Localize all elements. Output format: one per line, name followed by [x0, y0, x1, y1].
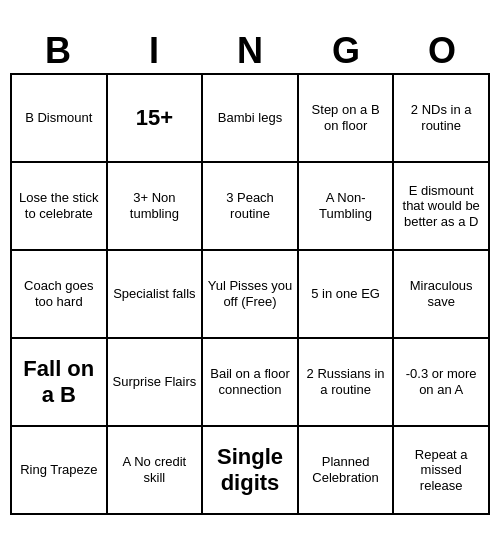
bingo-cell-18: 2 Russians in a routine [299, 339, 395, 427]
bingo-cell-15: Fall on a B [12, 339, 108, 427]
bingo-cell-13: 5 in one EG [299, 251, 395, 339]
bingo-cell-22: Single digits [203, 427, 299, 515]
bingo-cell-6: 3+ Non tumbling [108, 163, 204, 251]
bingo-cell-19: -0.3 or more on an A [394, 339, 490, 427]
bingo-cell-14: Miraculous save [394, 251, 490, 339]
bingo-cell-20: Ring Trapeze [12, 427, 108, 515]
bingo-header: BINGO [10, 29, 490, 73]
bingo-cell-2: Bambi legs [203, 75, 299, 163]
bingo-cell-3: Step on a B on floor [299, 75, 395, 163]
bingo-cell-10: Coach goes too hard [12, 251, 108, 339]
header-letter-i: I [106, 29, 202, 73]
bingo-cell-23: Planned Celebration [299, 427, 395, 515]
bingo-cell-16: Surprise Flairs [108, 339, 204, 427]
bingo-cell-17: Bail on a floor connection [203, 339, 299, 427]
bingo-cell-21: A No credit skill [108, 427, 204, 515]
bingo-cell-24: Repeat a missed release [394, 427, 490, 515]
bingo-cell-1: 15+ [108, 75, 204, 163]
bingo-cell-8: A Non-Tumbling [299, 163, 395, 251]
bingo-grid: B Dismount15+Bambi legsStep on a B on fl… [10, 73, 490, 515]
header-letter-o: O [394, 29, 490, 73]
bingo-cell-11: Specialist falls [108, 251, 204, 339]
bingo-cell-5: Lose the stick to celebrate [12, 163, 108, 251]
bingo-card: BINGO B Dismount15+Bambi legsStep on a B… [10, 29, 490, 515]
header-letter-n: N [202, 29, 298, 73]
bingo-cell-0: B Dismount [12, 75, 108, 163]
bingo-cell-9: E dismount that would be better as a D [394, 163, 490, 251]
header-letter-b: B [10, 29, 106, 73]
bingo-cell-4: 2 NDs in a routine [394, 75, 490, 163]
bingo-cell-12: Yul Pisses you off (Free) [203, 251, 299, 339]
header-letter-g: G [298, 29, 394, 73]
bingo-cell-7: 3 Peach routine [203, 163, 299, 251]
